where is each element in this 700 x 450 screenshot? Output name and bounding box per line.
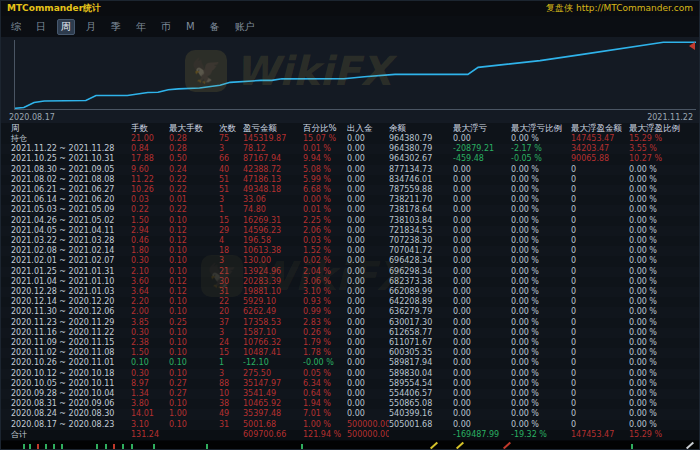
cell: 0.00 xyxy=(347,277,389,287)
cell: 0 xyxy=(571,236,629,246)
cell: 0.00 % xyxy=(629,226,700,236)
cell: 3.60 xyxy=(131,277,169,287)
cell: 0.28 xyxy=(169,134,219,144)
cell: 0.01 xyxy=(169,195,219,205)
cell: 0.10 xyxy=(169,358,219,368)
cell: 31 xyxy=(219,287,243,297)
table-row[interactable]: 2020.12.14 ~ 2020.12.202.200.10225929.10… xyxy=(1,297,700,307)
total-row[interactable]: 合计131.24609700.66121.94 %500000.00-16948… xyxy=(1,430,700,440)
cell: 2.04 % xyxy=(303,267,347,277)
cell: 0.00 xyxy=(453,287,511,297)
cell: 0.00 xyxy=(453,277,511,287)
table-row[interactable]: 2021.01.25 ~ 2021.01.312.100.102113924.9… xyxy=(1,267,700,277)
cell: 0 xyxy=(571,369,629,379)
cell: 持仓 xyxy=(1,134,131,144)
tab-日[interactable]: 日 xyxy=(32,19,50,35)
table-row[interactable]: 2021.04.05 ~ 2021.04.112.940.122914596.2… xyxy=(1,226,700,236)
histogram-mark xyxy=(122,444,124,450)
cell: 74.80 xyxy=(243,205,303,215)
cell: 0.22 xyxy=(169,185,219,195)
cell: 0.00 xyxy=(453,165,511,175)
cell: 0.12 xyxy=(169,287,219,297)
table-row[interactable]: 2020.08.31 ~ 2020.09.063.800.103810465.9… xyxy=(1,399,700,409)
table-row[interactable]: 2020.08.24 ~ 2020.08.3014.011.004935397.… xyxy=(1,409,700,419)
cell: 2021.08.02 ~ 2021.08.08 xyxy=(1,175,131,185)
cell: 0.00 xyxy=(347,154,389,164)
cell: 1587.10 xyxy=(243,328,303,338)
tab-M[interactable]: M xyxy=(182,20,199,33)
cell: 6262.49 xyxy=(243,307,303,317)
cell: 0.64 % xyxy=(303,389,347,399)
cell: 3 xyxy=(219,328,243,338)
cell: 500000.00 xyxy=(347,430,389,440)
tab-综[interactable]: 综 xyxy=(7,19,25,35)
tab-备[interactable]: 备 xyxy=(206,19,224,35)
title-bar: MTCommander统计 复盘侠 http://MTCommander.com xyxy=(1,1,699,16)
cell: 2020.12.28 ~ 2021.01.03 xyxy=(1,287,131,297)
cell: 21 xyxy=(219,267,243,277)
cell: 0 xyxy=(571,226,629,236)
table-row[interactable]: 2021.11.22 ~ 2021.11.280.840.28378.120.0… xyxy=(1,144,700,154)
cell: 0.00 xyxy=(453,236,511,246)
table-row[interactable]: 2020.10.26 ~ 2020.11.010.100.101-12.10-0… xyxy=(1,358,700,368)
tab-币[interactable]: 币 xyxy=(157,19,175,35)
cell: 121.94 % xyxy=(303,430,347,440)
table-row[interactable]: 2020.11.30 ~ 2020.12.062.000.10206262.49… xyxy=(1,307,700,317)
tab-季[interactable]: 季 xyxy=(107,19,125,35)
cell: 0.00 xyxy=(347,267,389,277)
brand-link[interactable]: 复盘侠 http://MTCommander.com xyxy=(546,2,693,15)
table-row[interactable]: 2020.11.02 ~ 2020.11.081.500.101510487.4… xyxy=(1,348,700,358)
cell: 0.10 xyxy=(169,369,219,379)
tab-账户[interactable]: 账户 xyxy=(231,19,259,35)
tab-周[interactable]: 周 xyxy=(57,19,75,35)
tab-年[interactable]: 年 xyxy=(132,19,150,35)
cell: 0.00 xyxy=(453,175,511,185)
cell: 0.46 xyxy=(131,236,169,246)
cell: 0.00 % xyxy=(511,369,571,379)
cell: 0.00 % xyxy=(629,369,700,379)
cell: 0.00 % xyxy=(511,256,571,266)
table-row[interactable]: 2021.06.14 ~ 2021.06.200.030.01333.060.0… xyxy=(1,195,700,205)
table-row[interactable]: 2021.08.02 ~ 2021.08.0811.220.225147186.… xyxy=(1,175,700,185)
table-row[interactable]: 2020.11.09 ~ 2020.11.152.380.102410766.3… xyxy=(1,338,700,348)
table-row[interactable]: 2020.09.28 ~ 2020.10.041.340.27103541.49… xyxy=(1,389,700,399)
cell: 0.00 % xyxy=(511,379,571,389)
table-row[interactable]: 持仓21.000.2875145319.8715.07 %0.00964380.… xyxy=(1,134,700,144)
table-row[interactable]: 2020.08.17 ~ 2020.08.233.100.10315001.68… xyxy=(1,420,700,430)
cell: 10.27 % xyxy=(629,154,700,164)
cell: 0.00 xyxy=(347,165,389,175)
cell: 2021.06.21 ~ 2021.06.27 xyxy=(1,185,131,195)
table-row[interactable]: 2021.02.08 ~ 2021.02.141.800.101810613.3… xyxy=(1,246,700,256)
table-row[interactable]: 2020.10.12 ~ 2020.10.180.300.103275.500.… xyxy=(1,369,700,379)
cell: 131.24 xyxy=(131,430,169,440)
cell: 0.00 % xyxy=(511,328,571,338)
cell: 611071.67 xyxy=(389,338,453,348)
cell: 0.00 % xyxy=(511,348,571,358)
table-row[interactable]: 2021.01.04 ~ 2021.01.103.600.123020283.3… xyxy=(1,277,700,287)
cell: 0 xyxy=(571,420,629,430)
table-row[interactable]: 2021.03.22 ~ 2021.03.280.460.124196.580.… xyxy=(1,236,700,246)
table-row[interactable]: 2021.08.30 ~ 2021.09.059.600.244042388.7… xyxy=(1,165,700,175)
table-row[interactable]: 2020.12.28 ~ 2021.01.033.640.123119881.1… xyxy=(1,287,700,297)
table-row[interactable]: 2021.10.25 ~ 2021.10.3117.880.506687167.… xyxy=(1,154,700,164)
cell: 2021.03.22 ~ 2021.03.28 xyxy=(1,236,131,246)
table-row[interactable]: 2020.11.16 ~ 2020.11.220.300.1031587.100… xyxy=(1,328,700,338)
cell: 16269.31 xyxy=(243,216,303,226)
table-row[interactable]: 2021.04.26 ~ 2021.05.021.500.101516269.3… xyxy=(1,216,700,226)
table-row[interactable]: 2020.10.05 ~ 2020.10.118.970.278835147.9… xyxy=(1,379,700,389)
cell: 0.10 xyxy=(169,267,219,277)
table-row[interactable]: 2021.02.01 ~ 2021.02.070.300.103130.000.… xyxy=(1,256,700,266)
cell xyxy=(389,430,453,440)
cell: 2020.11.23 ~ 2020.11.29 xyxy=(1,318,131,328)
cell: 696428.34 xyxy=(389,256,453,266)
cell: 0.22 xyxy=(131,205,169,215)
cell: 0 xyxy=(571,216,629,226)
cell: 2021.02.08 ~ 2021.02.14 xyxy=(1,246,131,256)
table-row[interactable]: 2021.06.21 ~ 2021.06.2710.260.225149348.… xyxy=(1,185,700,195)
table-row[interactable]: 2020.11.23 ~ 2020.11.293.850.253717358.5… xyxy=(1,318,700,328)
cell: 0.00 % xyxy=(629,195,700,205)
cell: 0.00 xyxy=(347,307,389,317)
histogram-mark xyxy=(686,442,694,450)
tab-月[interactable]: 月 xyxy=(82,19,100,35)
table-row[interactable]: 2021.05.03 ~ 2021.05.090.220.22174.800.0… xyxy=(1,205,700,215)
